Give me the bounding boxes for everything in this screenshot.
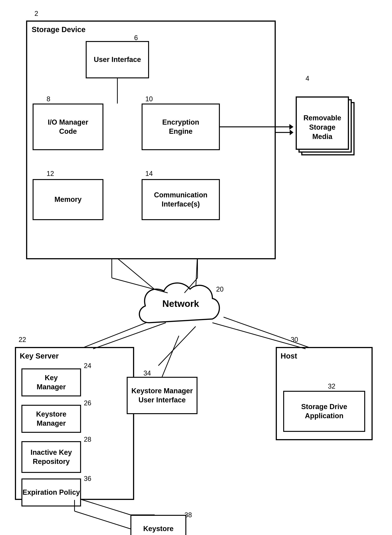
expiration-policy-label: Expiration Policy <box>23 488 80 497</box>
keystore-manager-box: Keystore Manager <box>21 405 81 433</box>
communication-interface-label: Communication Interface(s) <box>154 191 207 209</box>
removable-storage-media: Removable Storage Media <box>291 88 365 162</box>
encryption-engine-box: Encryption Engine <box>142 104 220 150</box>
keystore-manager-ui-box: Keystore Manager User Interface <box>127 377 197 414</box>
ref-24: 24 <box>84 362 91 370</box>
ref-12: 12 <box>47 170 54 178</box>
io-manager-box: I/O Manager Code <box>33 104 103 150</box>
memory-label: Memory <box>54 195 82 204</box>
svg-text:Network: Network <box>162 298 199 309</box>
ref-34: 34 <box>144 369 151 377</box>
ref-30: 30 <box>291 336 298 344</box>
storage-drive-application-label: Storage Drive Application <box>301 402 347 421</box>
key-server-label: Key Server <box>20 352 59 360</box>
key-manager-label: Key Manager <box>37 373 66 392</box>
memory-box: Memory <box>33 179 103 220</box>
ref-32: 32 <box>328 382 335 390</box>
keystore-manager-ui-label: Keystore Manager User Interface <box>131 386 193 405</box>
io-manager-label: I/O Manager Code <box>48 118 88 136</box>
storage-device-label: Storage Device <box>32 25 85 34</box>
keystore-box: Keystore <box>131 515 186 535</box>
user-interface-label: User Interface <box>94 55 141 64</box>
ref-4: 4 <box>306 75 309 82</box>
user-interface-box: User Interface <box>86 41 149 78</box>
svg-rect-12 <box>296 97 348 149</box>
ref-2: 2 <box>34 10 38 18</box>
communication-interface-box: Communication Interface(s) <box>142 179 220 220</box>
storage-drive-application-box: Storage Drive Application <box>283 391 365 432</box>
ref-10: 10 <box>145 95 153 103</box>
diagram-container: 2 Storage Device 6 User Interface 8 I/O … <box>0 0 392 535</box>
ref-36: 36 <box>84 475 91 482</box>
keystore-label: Keystore <box>143 524 174 533</box>
keystore-manager-label: Keystore Manager <box>36 410 66 428</box>
ref-8: 8 <box>47 95 50 103</box>
network-cloud: Network <box>134 278 227 336</box>
host-label: Host <box>280 352 297 360</box>
encryption-engine-label: Encryption Engine <box>162 118 199 136</box>
svg-line-28 <box>75 511 131 529</box>
inactive-key-repository-box: Inactive Key Repository <box>21 441 81 473</box>
ref-22: 22 <box>19 336 26 344</box>
svg-text:Media: Media <box>312 133 333 140</box>
ref-6: 6 <box>134 34 138 42</box>
expiration-policy-box: Expiration Policy <box>21 478 81 506</box>
svg-line-7 <box>224 317 313 349</box>
ref-14: 14 <box>145 170 153 178</box>
ref-28: 28 <box>84 435 91 443</box>
key-manager-box: Key Manager <box>21 368 81 396</box>
inactive-key-repository-label: Inactive Key Repository <box>31 448 72 466</box>
svg-text:Storage: Storage <box>309 123 335 131</box>
ref-26: 26 <box>84 399 91 407</box>
svg-line-25 <box>162 336 179 377</box>
svg-text:Removable: Removable <box>303 114 341 122</box>
